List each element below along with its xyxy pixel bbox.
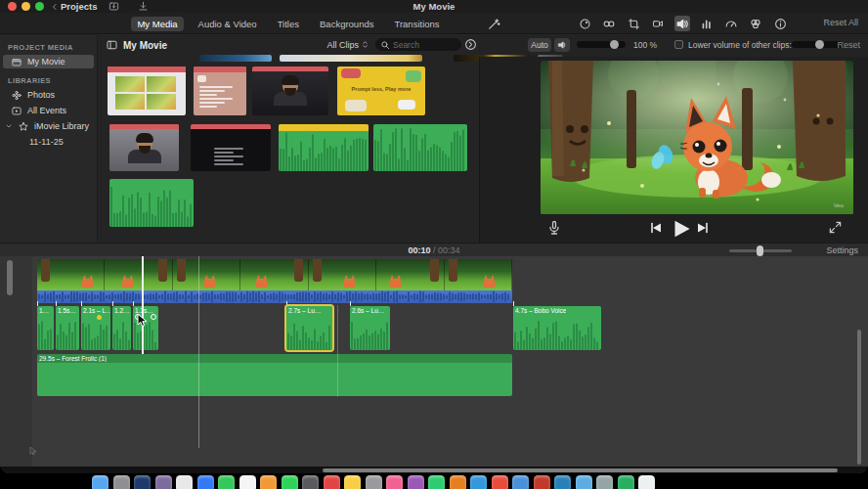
- lower-volume-slider[interactable]: [792, 41, 843, 48]
- info-icon[interactable]: [772, 16, 788, 31]
- dock-app-icon[interactable]: [596, 475, 613, 489]
- dock-app-icon[interactable]: [260, 475, 277, 489]
- timeline-zoom-slider[interactable]: [729, 249, 792, 252]
- dock-app-icon[interactable]: [197, 475, 214, 489]
- media-thumbnail-slide-yellow[interactable]: Prompt less, Play more: [337, 67, 425, 115]
- timeline-vertical-scrollbar-left[interactable]: [7, 260, 13, 295]
- dock-app-icon[interactable]: [176, 475, 193, 489]
- dock-app-icon[interactable]: [302, 475, 319, 489]
- dock-app-icon[interactable]: [428, 475, 445, 489]
- mute-speaker-button[interactable]: [554, 38, 570, 52]
- dock-app-icon[interactable]: [324, 475, 340, 489]
- media-thumbnail-webcam-gray[interactable]: [109, 124, 179, 171]
- dock-app-icon[interactable]: [134, 475, 151, 489]
- audio-clip[interactable]: 1.2…: [112, 306, 131, 350]
- dock-app-icon[interactable]: [470, 475, 487, 489]
- tab-transitions[interactable]: Transitions: [388, 17, 445, 31]
- dock-app-icon[interactable]: [155, 475, 172, 489]
- volume-slider[interactable]: [577, 41, 626, 48]
- audio-clip[interactable]: 1.5s…: [56, 306, 79, 350]
- dock-app-icon[interactable]: [282, 475, 298, 489]
- voiceover-mic-button[interactable]: [546, 220, 564, 238]
- enhance-wand-icon[interactable]: [487, 17, 501, 31]
- media-thumbnail-document[interactable]: [194, 67, 246, 115]
- dock-app-icon[interactable]: [638, 475, 655, 489]
- sidebar-toggle-icon[interactable]: [106, 39, 118, 51]
- next-frame-button[interactable]: [695, 220, 713, 238]
- dock-app-icon[interactable]: [113, 475, 130, 489]
- auto-volume-button[interactable]: Auto: [528, 38, 551, 52]
- tab-my-media[interactable]: My Media: [131, 17, 183, 31]
- zoom-window-button[interactable]: [35, 2, 44, 11]
- volume-icon[interactable]: [674, 16, 690, 31]
- color-balance-icon[interactable]: [577, 16, 592, 31]
- speed-icon[interactable]: [723, 16, 739, 31]
- tab-audio-video[interactable]: Audio & Video: [193, 17, 263, 31]
- video-audio-waveform[interactable]: [37, 290, 512, 303]
- stabilization-icon[interactable]: [650, 16, 666, 31]
- dock-app-icon[interactable]: [92, 475, 108, 489]
- tab-titles[interactable]: Titles: [272, 17, 305, 31]
- dock-app-icon[interactable]: [218, 475, 235, 489]
- tab-backgrounds[interactable]: Backgrounds: [314, 17, 379, 31]
- media-thumbnail-audio-yellow-top[interactable]: [279, 124, 369, 171]
- timeline[interactable]: 1…1.5s…2.1s – L…1.2…1.3s…2.7s – Lu…2.6s …: [0, 256, 868, 467]
- dock-app-icon[interactable]: [512, 475, 529, 489]
- sidebar-item-all-events[interactable]: All Events: [3, 104, 94, 117]
- disclosure-chevron-icon[interactable]: [5, 122, 13, 130]
- sidebar-item-my-movie[interactable]: My Movie: [3, 55, 94, 68]
- dock-app-icon[interactable]: [408, 475, 424, 489]
- dock-app-icon[interactable]: [366, 475, 382, 489]
- play-button[interactable]: [670, 218, 691, 240]
- dock-app-icon[interactable]: [239, 475, 256, 489]
- projects-back-button[interactable]: Projects: [51, 0, 98, 13]
- dock-app-icon[interactable]: [576, 475, 592, 489]
- media-thumbnail-audio-tall[interactable]: [373, 124, 467, 171]
- playhead[interactable]: [142, 256, 144, 354]
- media-thumbnail-terminal[interactable]: [191, 124, 271, 171]
- audio-clip[interactable]: 4.7s – Bobo Voice: [513, 306, 601, 350]
- dock-app-icon[interactable]: [534, 475, 550, 489]
- timeline-settings-button[interactable]: Settings: [826, 245, 858, 255]
- reset-all-button[interactable]: Reset All: [823, 18, 858, 27]
- sidebar-item-photos[interactable]: Photos: [3, 88, 94, 102]
- media-thumbnail-webcam-dark[interactable]: [252, 67, 328, 115]
- media-thumbnail-sliver-blue[interactable]: [199, 55, 272, 62]
- lower-volume-checkbox[interactable]: [674, 40, 683, 49]
- share-download-icon[interactable]: [137, 1, 151, 12]
- reset-volume-button[interactable]: Reset: [837, 40, 860, 50]
- hide-browser-button[interactable]: [464, 38, 477, 51]
- audio-clip[interactable]: 2.6s – Lu…: [350, 306, 390, 350]
- audio-clip[interactable]: 2.1s – L…: [81, 306, 110, 350]
- dock-app-icon[interactable]: [554, 475, 571, 489]
- transport-controls: [480, 217, 868, 243]
- media-thumbnail-sliver-pale[interactable]: [280, 55, 422, 62]
- background-music-clip[interactable]: 29.5s – Forest Frolic (1): [37, 354, 512, 396]
- dock-app-icon[interactable]: [344, 475, 361, 489]
- import-media-icon[interactable]: [108, 1, 121, 12]
- previous-frame-button[interactable]: [648, 220, 666, 238]
- search-input[interactable]: Search: [375, 38, 461, 51]
- color-correction-icon[interactable]: [601, 16, 617, 31]
- timeline-horizontal-scrollbar[interactable]: [323, 468, 838, 472]
- sidebar-item-event-date[interactable]: 11-11-25: [0, 135, 97, 148]
- audio-clip[interactable]: 2.7s – Lu…: [286, 306, 332, 350]
- fullscreen-button[interactable]: [828, 220, 846, 238]
- media-thumbnail-audio-wave[interactable]: [109, 179, 194, 227]
- media-thumbnail-collage[interactable]: [108, 67, 186, 115]
- video-filmstrip[interactable]: [37, 259, 512, 291]
- timeline-vertical-scrollbar[interactable]: [857, 330, 861, 465]
- filters-icon[interactable]: [748, 16, 763, 31]
- close-window-button[interactable]: [8, 2, 17, 11]
- keyframe-handle[interactable]: [151, 314, 156, 320]
- audio-clip[interactable]: 1…: [37, 306, 54, 350]
- dock-app-icon[interactable]: [618, 475, 634, 489]
- dock-app-icon[interactable]: [386, 475, 403, 489]
- clip-filter-dropdown[interactable]: All Clips: [326, 39, 369, 50]
- crop-icon[interactable]: [626, 16, 641, 31]
- noise-reduction-icon[interactable]: [699, 16, 715, 31]
- minimize-window-button[interactable]: [22, 2, 30, 11]
- sidebar-item-imovie-library[interactable]: iMovie Library: [3, 119, 94, 133]
- dock-app-icon[interactable]: [450, 475, 466, 489]
- dock-app-icon[interactable]: [492, 475, 508, 489]
